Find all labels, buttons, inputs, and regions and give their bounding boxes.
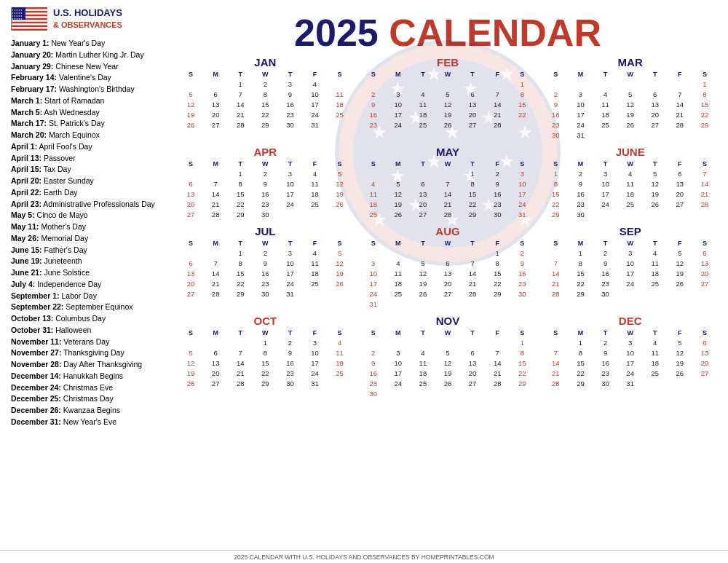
month-table: SMTWTFS123456789101112131415161718192021…	[543, 328, 717, 388]
day-cell	[361, 79, 386, 89]
day-cell: 19	[435, 109, 460, 119]
day-header: S	[510, 160, 534, 168]
day-cell: 31	[302, 119, 327, 130]
day-header: F	[668, 70, 692, 79]
holiday-item: March 20: March Equinox	[11, 130, 171, 141]
day-cell: 2	[253, 168, 277, 178]
day-cell: 7	[460, 258, 485, 268]
day-cell: 12	[178, 99, 203, 109]
day-header: S	[543, 160, 568, 168]
day-cell: 24	[618, 278, 643, 288]
day-cell: 29	[485, 288, 510, 299]
day-header: F	[485, 239, 510, 248]
day-header: S	[692, 70, 717, 79]
day-cell: 25	[411, 378, 435, 388]
day-cell: 19	[328, 189, 352, 199]
day-cell: 27	[411, 209, 435, 219]
day-cell: 9	[253, 258, 277, 268]
day-cell: 3	[568, 89, 593, 99]
day-cell	[460, 388, 485, 398]
day-cell: 2	[361, 89, 386, 99]
day-cell	[203, 168, 228, 178]
day-cell: 30	[277, 119, 302, 130]
day-cell: 21	[485, 109, 510, 119]
day-cell: 8	[543, 178, 568, 189]
day-header: S	[361, 239, 386, 248]
day-header: S	[361, 70, 386, 79]
day-header: M	[386, 239, 411, 248]
day-cell: 30	[568, 209, 593, 219]
day-cell: 21	[228, 109, 253, 119]
day-cell: 5	[178, 347, 203, 358]
logo-line2: & OBSERVANCES	[53, 20, 122, 29]
day-cell: 28	[203, 288, 228, 299]
month-table: SMTWTFS123456789101112131415161718192021…	[361, 70, 535, 130]
day-header: S	[328, 160, 352, 168]
day-cell: 30	[277, 378, 302, 388]
holiday-item: June 21: June Solstice	[11, 267, 171, 279]
day-cell: 5	[435, 89, 460, 99]
day-cell	[692, 378, 717, 388]
day-cell: 25	[643, 278, 668, 288]
day-header: S	[361, 328, 386, 337]
footer: 2025 CALENDAR WITH U.S. HOLIDAYS AND OBS…	[0, 550, 728, 563]
holiday-item: December 25: Christmas Day	[11, 393, 171, 405]
day-cell: 3	[302, 337, 327, 347]
day-cell: 29	[253, 378, 277, 388]
day-header: W	[253, 239, 277, 248]
holiday-item: January 1: New Year's Day	[11, 38, 171, 50]
day-cell: 19	[668, 358, 692, 368]
day-cell: 3	[386, 347, 411, 358]
month-title: SEP	[543, 225, 717, 237]
day-cell: 2	[543, 89, 568, 99]
day-cell: 28	[668, 119, 692, 130]
day-cell: 31	[568, 130, 593, 140]
day-cell: 8	[568, 258, 593, 268]
day-cell: 14	[435, 189, 460, 199]
day-cell: 17	[277, 189, 302, 199]
day-cell: 8	[228, 178, 253, 189]
day-cell: 3	[277, 168, 302, 178]
day-cell	[411, 299, 435, 309]
day-cell: 27	[435, 288, 460, 299]
day-cell	[668, 79, 692, 89]
day-cell: 16	[593, 268, 618, 278]
day-cell: 11	[386, 268, 411, 278]
day-cell: 28	[543, 288, 568, 299]
day-cell: 27	[692, 278, 717, 288]
day-header: T	[411, 328, 435, 337]
day-cell: 1	[485, 248, 510, 258]
day-cell: 15	[253, 358, 277, 368]
day-cell	[178, 337, 203, 347]
day-header: S	[543, 70, 568, 79]
holiday-item: May 5: Cinco de Mayo	[11, 210, 171, 221]
day-cell: 11	[302, 178, 327, 189]
day-cell: 26	[386, 209, 411, 219]
day-cell: 24	[510, 199, 534, 209]
day-header: T	[643, 70, 668, 79]
holiday-item: June 19: Juneteenth	[11, 256, 171, 267]
day-cell	[361, 168, 386, 178]
day-cell: 14	[203, 189, 228, 199]
day-cell: 9	[485, 178, 510, 189]
day-header: M	[386, 160, 411, 168]
day-cell: 30	[253, 209, 277, 219]
day-header: T	[593, 70, 618, 79]
day-header: S	[510, 328, 534, 337]
day-header: F	[302, 160, 327, 168]
day-header: M	[386, 70, 411, 79]
holiday-item: March 5: Ash Wednesday	[11, 107, 171, 119]
holiday-item: December 31: New Year's Eve	[11, 417, 171, 428]
day-cell	[435, 299, 460, 309]
day-cell: 8	[460, 178, 485, 189]
day-cell	[485, 337, 510, 347]
day-header: F	[302, 328, 327, 337]
day-cell: 10	[386, 358, 411, 368]
day-cell: 6	[411, 178, 435, 189]
day-cell	[328, 378, 352, 388]
day-header: T	[277, 70, 302, 79]
day-cell: 16	[361, 368, 386, 378]
day-header: T	[643, 160, 668, 168]
day-cell	[643, 209, 668, 219]
day-cell: 14	[485, 99, 510, 109]
